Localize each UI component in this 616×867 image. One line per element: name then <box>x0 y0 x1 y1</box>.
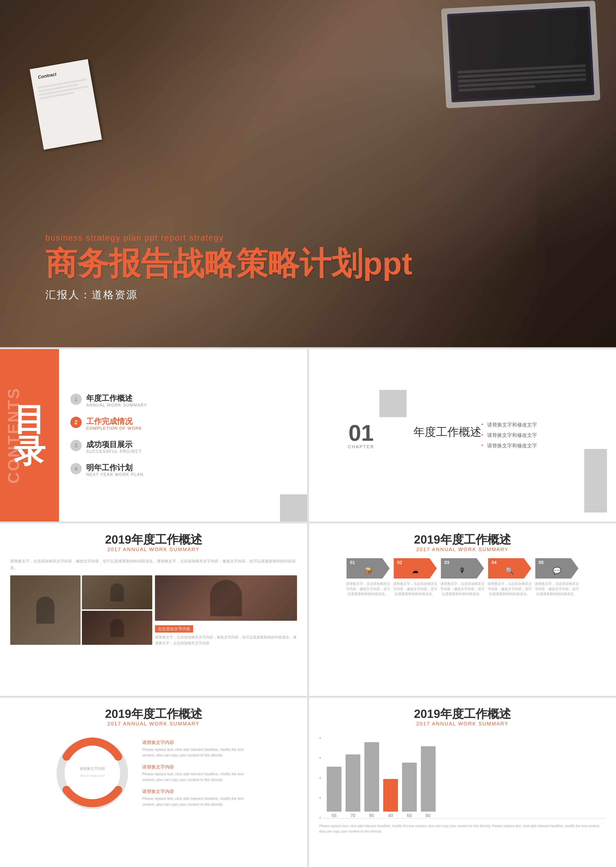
menu-item-1: 1 年度工作概述 ANNUAL WORK SUMMARY <box>70 393 296 408</box>
chapter-orange-block: 01 CHAPTER <box>323 397 400 474</box>
bar-chart-container: 55 70 85 40 <box>319 732 606 819</box>
arrow-shape-2: 02 ☁ <box>394 558 437 579</box>
arrow-shape-5: 05 💬 <box>535 558 578 579</box>
bar-group-6: 80 <box>421 746 435 818</box>
bar-label-6: 80 <box>426 813 431 818</box>
svg-text:Please replace text: Please replace text <box>80 774 105 777</box>
menu-text-4: 明年工作计划 NEXT YEAR WORK PLAN <box>86 463 143 477</box>
cycle-svg-container: 请替换文字内容 Please replace text <box>52 732 133 814</box>
contents-cn-title: 目录 <box>0 404 59 467</box>
arrow-item-3: 03 🎙 请替换文字，点击添加相关文字内容，修改文字内容，也可以直接复制你的内容… <box>440 558 485 597</box>
slide4-top-text: 请替换文字，点击添加相关文字内容，修改文字内容，也可以直接复制你的内容进去。请替… <box>10 558 297 571</box>
chapter-orange-block-container: 01 CHAPTER <box>323 397 400 474</box>
sep-1 <box>0 347 616 349</box>
slide6-title-block: 2019年度工作概述 2017 ANNUAL WORK SUMMARY <box>10 707 297 727</box>
arrow-icon-3: 🎙 <box>459 567 466 574</box>
chapter-right-content: 年度工作概述 请替换文字和修改文字 请替换文字和修改文字 请替换文字和修改文字 <box>400 406 551 464</box>
arrow-item-1: 01 📦 请替换文字，点击添加相关文字内容，修改文字内容，也可以直接复制你的内容… <box>345 558 391 597</box>
menu-num-3: 3 <box>70 440 82 451</box>
bar-4 <box>383 779 398 812</box>
cover-content: business strategy plan ppt report strate… <box>46 233 570 302</box>
y-dot <box>319 797 321 799</box>
arrow-shape-1: 01 📦 <box>346 558 390 579</box>
cover-presenter: 汇报人：道格资源 <box>46 288 570 302</box>
arrow-item-5: 05 💬 请替换文字，点击添加相关文字内容，修改文字内容，也可以直接复制你的内容… <box>534 558 580 597</box>
bullet-3: 请替换文字和修改文字 <box>481 441 537 451</box>
arrow-item-2: 02 ☁ 请替换文字，点击添加相关文字内容，修改文字内容，也可以直接复制你的内容… <box>393 558 438 597</box>
chapter-bullets: 请替换文字和修改文字 请替换文字和修改文字 请替换文字和修改文字 <box>481 420 537 451</box>
menu-num-1: 1 <box>70 393 82 405</box>
arrow-shape-3: 03 🎙 <box>441 558 484 579</box>
menu-text-3: 成功项目展示 SUCCESSFUL PROJECT <box>86 440 142 454</box>
menu-text-2: 工作完成情况 COMPLETION OF WORK <box>86 417 142 431</box>
slide-bar-chart: 2019年度工作概述 2017 ANNUAL WORK SUMMARY <box>309 698 616 867</box>
chapter-circle: 01 CHAPTER <box>336 410 386 460</box>
slide7-footer: Please replace text, click add relevant … <box>319 823 606 834</box>
menu-item-4: 4 明年工作计划 NEXT YEAR WORK PLAN <box>70 463 296 477</box>
y-dot <box>319 757 321 759</box>
photo-2 <box>82 575 152 609</box>
bar-label-1: 55 <box>332 813 336 818</box>
slide6-diagram-area: 请替换文字内容 Please replace text 请替换文字内容 Plea… <box>10 732 297 814</box>
slide4-big-photo <box>155 575 297 621</box>
slide4-text-col: 点击添加文字内容 请替换文字，点击添加相关文字内容，修改文字内容，也可以直接复制… <box>155 575 297 647</box>
slide6-text-list: 请替换文字内容 Please replace text, click add r… <box>142 740 256 807</box>
presentation-wrapper: Contract business strategy plan ppt repo… <box>0 0 616 867</box>
arrow-shape-4: 04 🔍 <box>488 558 531 579</box>
bar-3 <box>365 742 379 812</box>
slide4-orange-label: 点击添加文字内容 请替换文字，点击添加相关文字内容，修改文字内容，也可以直接复制… <box>155 624 297 647</box>
row-3: 2019年度工作概述 2017 ANNUAL WORK SUMMARY <box>0 698 616 867</box>
menu-num-4: 4 <box>70 463 82 474</box>
arrow-item-4: 04 🔍 请替换文字，点击添加相关文字内容，修改文字内容，也可以直接复制你的内容… <box>487 558 532 597</box>
sep-3 <box>0 696 616 698</box>
slide-chapter: 01 CHAPTER 年度工作概述 请替换文字和修改文字 请替换文字和修改文字 … <box>309 349 616 522</box>
menu-item-3: 3 成功项目展示 SUCCESSFUL PROJECT <box>70 440 296 454</box>
slide6-text-2: 请替换文字内容 Please replace text, click add r… <box>142 764 256 783</box>
slide7-title-block: 2019年度工作概述 2017 ANNUAL WORK SUMMARY <box>319 707 606 727</box>
slide6-text-1: 请替换文字内容 Please replace text, click add r… <box>142 740 256 758</box>
slide4-photos-col <box>10 575 152 647</box>
cycle-svg: 请替换文字内容 Please replace text <box>52 732 133 814</box>
bar-group-1: 55 <box>327 767 341 818</box>
svg-text:请替换文字内容: 请替换文字内容 <box>80 767 105 771</box>
bar-5 <box>402 763 417 812</box>
slide6-text-3: 请替换文字内容 Please replace text, click add r… <box>142 788 256 807</box>
y-axis-dots <box>319 737 321 819</box>
bar-2 <box>346 754 360 812</box>
arrow-icon-4: 🔍 <box>506 567 514 575</box>
bar-label-4: 40 <box>388 813 393 818</box>
slide-cycle-diagram: 2019年度工作概述 2017 ANNUAL WORK SUMMARY <box>0 698 307 867</box>
y-dot <box>319 777 321 779</box>
bullet-2: 请替换文字和修改文字 <box>481 430 537 441</box>
photos-grid <box>10 575 152 645</box>
bar-label-2: 70 <box>350 813 355 818</box>
slide4-title-block: 2019年度工作概述 2017 ANNUAL WORK SUMMARY <box>10 532 297 552</box>
bullet-1: 请替换文字和修改文字 <box>481 420 537 430</box>
slide4-content-grid: 点击添加文字内容 请替换文字，点击添加相关文字内容，修改文字内容，也可以直接复制… <box>10 575 297 647</box>
slide5-title-block: 2019年度工作概述 2017 ANNUAL WORK SUMMARY <box>319 532 606 552</box>
bar-label-3: 85 <box>369 813 374 818</box>
slide-annual-photos: 2019年度工作概述 2017 ANNUAL WORK SUMMARY 请替换文… <box>0 523 307 696</box>
slide-contents: CONTENTS 目录 1 年度工作概述 ANNUAL WORK SUMMARY… <box>0 349 307 522</box>
menu-text-1: 年度工作概述 ANNUAL WORK SUMMARY <box>86 393 147 408</box>
y-dot <box>319 817 321 819</box>
bar-group-3: 85 <box>365 742 379 818</box>
svg-point-4 <box>71 752 114 795</box>
bar-label-5: 60 <box>407 813 412 818</box>
contents-left-panel: CONTENTS 目录 <box>0 349 59 522</box>
bar-group-4: 40 <box>383 779 398 818</box>
contents-menu: 1 年度工作概述 ANNUAL WORK SUMMARY 2 工作完成情况 CO… <box>59 349 307 522</box>
row-1: CONTENTS 目录 1 年度工作概述 ANNUAL WORK SUMMARY… <box>0 349 616 522</box>
menu-num-2: 2 <box>70 417 82 428</box>
cover-subtitle: business strategy plan ppt report strate… <box>46 233 570 242</box>
arrow-icon-1: 📦 <box>364 567 372 575</box>
row-2: 2019年度工作概述 2017 ANNUAL WORK SUMMARY 请替换文… <box>0 523 616 696</box>
bar-group-5: 60 <box>402 763 417 818</box>
photo-3 <box>82 611 152 645</box>
arrows-row: 01 📦 请替换文字，点击添加相关文字内容，修改文字内容，也可以直接复制你的内容… <box>319 558 606 597</box>
arrow-icon-5: 💬 <box>553 567 561 575</box>
arrow-icon-2: ☁ <box>412 567 419 575</box>
sep-2 <box>0 522 616 523</box>
photo-1 <box>10 575 80 645</box>
bars-group: 55 70 85 40 <box>323 737 606 819</box>
